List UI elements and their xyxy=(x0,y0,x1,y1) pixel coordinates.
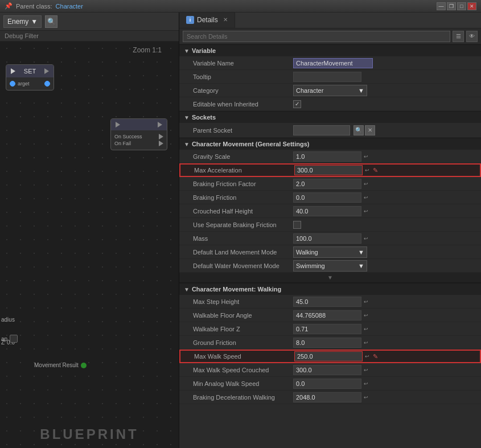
category-dropdown[interactable]: Character ▼ xyxy=(293,85,367,96)
maximize-button[interactable]: □ xyxy=(457,2,466,10)
prop-braking-deceleration-walking: Braking Deceleration Walking ↩ xyxy=(179,391,481,404)
prop-max-step-height-label: Max Step Height xyxy=(191,298,293,305)
default-land-movement-mode-dropdown[interactable]: Walking ▼ xyxy=(293,246,367,258)
max-walk-speed-reset[interactable]: ↩ xyxy=(364,352,371,360)
ap-checkbox[interactable] xyxy=(10,335,18,343)
title-bar: 📌 Parent class: Character — ❐ □ ✕ xyxy=(0,0,481,13)
view-toggle-button[interactable]: ☰ xyxy=(453,31,464,42)
prop-editable-inherited-label: Editable when Inherited xyxy=(191,101,293,108)
braking-deceleration-walking-input[interactable] xyxy=(293,392,361,402)
tab-close-button[interactable]: ✕ xyxy=(223,17,228,23)
prop-braking-friction: Braking Friction ↩ xyxy=(179,191,481,204)
braking-friction-factor-reset[interactable]: ↩ xyxy=(363,180,369,188)
parent-class-value[interactable]: Character xyxy=(56,3,83,10)
section-variable-arrow: ▼ xyxy=(184,48,190,54)
prop-crouched-half-height-value-area: ↩ xyxy=(293,206,481,216)
min-analog-walk-speed-input[interactable] xyxy=(293,379,361,389)
prop-gravity-scale-label: Gravity Scale xyxy=(191,153,293,160)
braking-deceleration-walking-reset[interactable]: ↩ xyxy=(363,393,369,401)
tab-label: Details xyxy=(197,16,218,24)
target-pin xyxy=(10,81,15,87)
debug-filter-label: Debug Filter xyxy=(5,32,39,39)
max-step-height-reset[interactable]: ↩ xyxy=(363,298,369,306)
prop-parent-socket-label: Parent Socket xyxy=(191,127,293,134)
default-land-movement-mode-value: Walking xyxy=(296,249,318,256)
details-tab[interactable]: i Details ✕ xyxy=(179,13,235,28)
ground-friction-input[interactable] xyxy=(293,338,361,348)
enemy-dropdown[interactable]: Enemy ▼ xyxy=(3,15,42,28)
search-input[interactable] xyxy=(183,31,450,42)
braking-friction-input[interactable] xyxy=(293,192,361,203)
max-walk-speed-crouched-reset[interactable]: ↩ xyxy=(363,366,369,374)
prop-walkable-floor-z-value-area: ↩ xyxy=(293,324,481,334)
walkable-floor-angle-reset[interactable]: ↩ xyxy=(363,311,369,319)
eye-button[interactable]: 👁 xyxy=(466,31,478,42)
section-char-movement-walking-arrow: ▼ xyxy=(184,286,190,293)
section-sockets[interactable]: ▼ Sockets xyxy=(179,111,481,123)
walkable-floor-z-reset[interactable]: ↩ xyxy=(363,325,369,333)
blueprint-search-button[interactable]: 🔍 xyxy=(45,15,57,28)
on-fail-pin xyxy=(159,141,163,146)
section-variable[interactable]: ▼ Variable xyxy=(179,44,481,56)
prop-max-walk-speed-label: Max Walk Speed xyxy=(192,353,294,360)
use-separate-braking-friction-checkbox[interactable] xyxy=(293,221,301,229)
max-acceleration-input[interactable] xyxy=(294,165,363,175)
blueprint-canvas: Zoom 1:1 SET arget xyxy=(0,42,179,448)
crouched-half-height-input[interactable] xyxy=(293,206,361,216)
scroll-indicator: ▼ xyxy=(179,273,481,283)
prop-min-analog-walk-speed-value-area: ↩ xyxy=(293,379,481,389)
max-walk-speed-input[interactable] xyxy=(294,351,363,361)
mass-reset[interactable]: ↩ xyxy=(363,235,369,243)
minimize-button[interactable]: — xyxy=(437,2,446,10)
section-char-movement-general[interactable]: ▼ Character Movement (General Settings) xyxy=(179,138,481,150)
movement-result-pin xyxy=(81,363,87,368)
prop-braking-friction-factor-label: Braking Friction Factor xyxy=(191,180,293,187)
prop-default-water-movement-mode-label: Default Water Movement Mode xyxy=(191,262,293,269)
maximize2-button[interactable]: ❐ xyxy=(447,2,456,10)
section-char-movement-walking[interactable]: ▼ Character Movement: Walking xyxy=(179,283,481,295)
set-exec-in xyxy=(11,68,15,74)
prop-ground-friction-label: Ground Friction xyxy=(191,339,293,346)
prop-default-land-movement-mode: Default Land Movement Mode Walking ▼ xyxy=(179,245,481,259)
ground-friction-reset[interactable]: ↩ xyxy=(363,339,369,347)
braking-friction-reset[interactable]: ↩ xyxy=(363,194,369,202)
section-char-movement-general-label: Character Movement (General Settings) xyxy=(192,141,310,147)
gravity-scale-reset[interactable]: ↩ xyxy=(363,153,369,161)
prop-max-step-height-value-area: ↩ xyxy=(293,297,481,307)
max-acceleration-reset[interactable]: ↩ xyxy=(364,166,371,174)
flow-header-row xyxy=(116,122,162,128)
prop-mass-value-area: ↩ xyxy=(293,233,481,244)
variable-name-input[interactable] xyxy=(293,58,373,68)
prop-default-land-movement-mode-value-area: Walking ▼ xyxy=(293,246,481,258)
prop-gravity-scale: Gravity Scale ↩ xyxy=(179,150,481,163)
crouched-half-height-reset[interactable]: ↩ xyxy=(363,207,369,215)
editable-inherited-checkbox[interactable] xyxy=(293,100,301,108)
socket-clear-button[interactable]: ✕ xyxy=(365,125,375,135)
on-success-pin xyxy=(159,134,163,139)
parent-socket-input[interactable] xyxy=(293,125,350,135)
title-bar-right: — ❐ □ ✕ xyxy=(437,2,476,10)
prop-max-step-height: Max Step Height ↩ xyxy=(179,295,481,309)
walkable-floor-z-input[interactable] xyxy=(293,324,361,334)
socket-search-button[interactable]: 🔍 xyxy=(353,125,364,135)
walkable-floor-angle-input[interactable] xyxy=(293,310,361,320)
prop-tooltip-value-area xyxy=(293,72,481,82)
prop-default-water-movement-mode-value-area: Swimming ▼ xyxy=(293,260,481,272)
default-water-movement-mode-value: Swimming xyxy=(296,262,325,269)
default-water-movement-mode-dropdown[interactable]: Swimming ▼ xyxy=(293,260,367,272)
tooltip-input[interactable] xyxy=(293,72,361,82)
close-button[interactable]: ✕ xyxy=(467,2,476,10)
main-layout: Enemy ▼ 🔍 Debug Filter Zoom 1:1 SET xyxy=(0,13,481,448)
mass-input[interactable] xyxy=(293,233,361,244)
max-walk-speed-crouched-input[interactable] xyxy=(293,365,361,375)
prop-tooltip-label: Tooltip xyxy=(191,73,293,80)
max-step-height-input[interactable] xyxy=(293,297,361,307)
prop-use-separate-braking-friction-value-area xyxy=(293,221,481,229)
left-top-bar: Enemy ▼ 🔍 xyxy=(0,13,179,31)
min-analog-walk-speed-reset[interactable]: ↩ xyxy=(363,380,369,388)
gravity-scale-input[interactable] xyxy=(293,151,361,162)
search-icon: 🔍 xyxy=(47,18,56,26)
details-content[interactable]: ▼ Variable Variable Name Tooltip Categor… xyxy=(179,44,481,448)
braking-friction-factor-input[interactable] xyxy=(293,179,361,189)
prop-crouched-half-height-label: Crouched Half Height xyxy=(191,208,293,215)
